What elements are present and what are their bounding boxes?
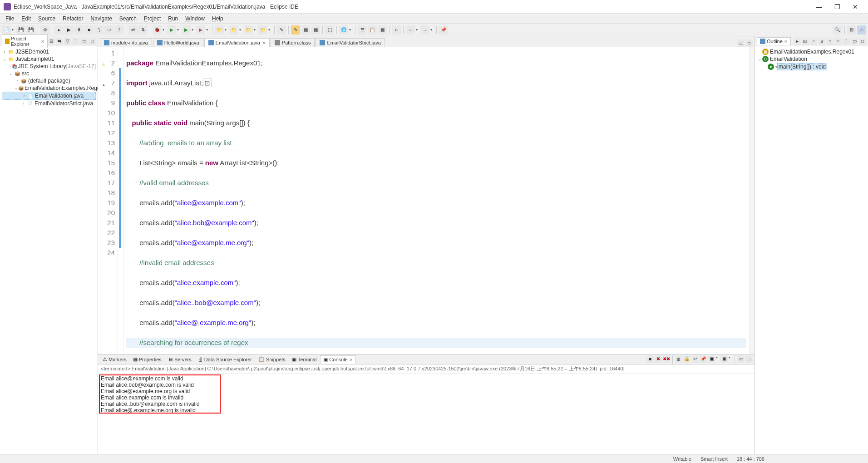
close-icon[interactable]: ✕: [784, 39, 788, 44]
editor-tab[interactable]: EmailValidatorStrict.java: [316, 38, 385, 47]
run-last-button[interactable]: ▶: [196, 25, 205, 34]
editor-tab-active[interactable]: EmailValidation.java✕: [204, 38, 270, 47]
save-all-button[interactable]: 💾: [26, 25, 35, 34]
search-icon[interactable]: 🔍: [833, 25, 842, 34]
maximize-icon[interactable]: □: [745, 39, 753, 47]
tree-package[interactable]: ›📦(default package): [2, 77, 96, 84]
project-tree[interactable]: ›📁J2SEDemo01 ⌄📁JavaExample01 ›📚JRE Syste…: [0, 46, 98, 454]
link-editor-icon[interactable]: ⇆: [56, 38, 63, 45]
editor-tab[interactable]: HelloWorld.java: [153, 38, 203, 47]
minimize-icon[interactable]: ▭: [851, 38, 858, 45]
run-marker-icon[interactable]: ▸: [100, 80, 105, 85]
step-into-icon[interactable]: ⤵: [94, 25, 104, 34]
skip-breakpoints-icon[interactable]: ▸: [54, 25, 64, 34]
remove-launch-icon[interactable]: ✖: [655, 355, 662, 363]
java-perspective-icon[interactable]: ♨: [857, 25, 866, 34]
step-return-icon[interactable]: ⤴: [114, 25, 123, 34]
tb-icon[interactable]: ✎: [277, 25, 286, 34]
close-button[interactable]: ✕: [846, 3, 864, 10]
tree-project[interactable]: ›📁J2SEDemo01: [2, 48, 96, 55]
tab-snippets[interactable]: 📋 Snippets: [256, 355, 288, 363]
editor-tab[interactable]: module-info.java: [100, 38, 152, 47]
maximize-button[interactable]: ❐: [828, 3, 846, 10]
tb-icon[interactable]: ✎: [291, 25, 300, 34]
tb-icon[interactable]: ⇅: [138, 25, 148, 34]
editor-tab[interactable]: Pattern.class: [271, 38, 315, 47]
tree-package[interactable]: ⌄📦EmailValidationExamples.Regex01: [2, 84, 96, 92]
menu-run[interactable]: Run: [164, 15, 182, 23]
save-button[interactable]: 💾: [16, 25, 25, 34]
menu-source[interactable]: Source: [35, 15, 59, 23]
hide-local-icon[interactable]: ○: [834, 38, 842, 45]
hide-nonpublic-icon[interactable]: ○: [826, 38, 833, 45]
close-icon[interactable]: ✕: [349, 357, 353, 362]
outline-package[interactable]: ▦EmailValidationExamples.Regex01: [757, 48, 866, 55]
menu-refactor[interactable]: Refactor: [59, 15, 87, 23]
focus-icon[interactable]: ▸: [794, 38, 801, 45]
open-console-icon[interactable]: ▣: [720, 355, 728, 363]
warning-marker-icon[interactable]: ⚠: [100, 60, 105, 65]
forward-button[interactable]: →: [420, 25, 429, 34]
console-output[interactable]: Email alice@example.com is valid Email a…: [98, 374, 755, 454]
word-wrap-icon[interactable]: ↩: [691, 355, 699, 363]
new-button[interactable]: 📄: [2, 25, 11, 34]
maximize-icon[interactable]: □: [745, 355, 753, 363]
maximize-icon[interactable]: □: [89, 38, 96, 45]
hide-fields-icon[interactable]: ○: [810, 38, 817, 45]
fold-strip[interactable]: [118, 47, 123, 354]
view-menu-icon[interactable]: ⋮: [72, 38, 79, 45]
outline-method-selected[interactable]: ●s main(String[]) : void: [757, 63, 866, 71]
minimize-icon[interactable]: ▭: [80, 38, 88, 45]
tree-src-folder[interactable]: ⌄📦src: [2, 70, 96, 77]
collapse-all-icon[interactable]: ⊟: [48, 38, 55, 45]
open-perspective-icon[interactable]: ⊞: [847, 25, 856, 34]
run-button[interactable]: ▶: [167, 25, 176, 34]
tb-icon[interactable]: ▦: [378, 25, 387, 34]
sort-icon[interactable]: a↓: [802, 38, 809, 45]
menu-edit[interactable]: Edit: [18, 15, 35, 23]
tb-icon[interactable]: ⬚: [325, 25, 334, 34]
filter-icon[interactable]: ▽: [64, 38, 71, 45]
menu-project[interactable]: Project: [140, 15, 164, 23]
tb-icon[interactable]: 📁: [215, 25, 224, 34]
menu-search[interactable]: Search: [116, 15, 140, 23]
pin-console-icon[interactable]: 📌: [700, 355, 707, 363]
outline-tree[interactable]: ▦EmailValidationExamples.Regex01 ⌄CEmail…: [755, 46, 868, 73]
coverage-button[interactable]: ▶: [182, 25, 191, 34]
tb-icon[interactable]: 📁: [244, 25, 253, 34]
console-btn[interactable]: ■: [646, 355, 654, 363]
maximize-icon[interactable]: □: [859, 38, 866, 45]
menu-navigate[interactable]: Navigate: [87, 15, 115, 23]
tb-icon[interactable]: ▦: [301, 25, 310, 34]
back-button[interactable]: ←: [406, 25, 415, 34]
suspend-icon[interactable]: ⏸: [74, 25, 84, 34]
tb-icon[interactable]: ⚙: [40, 25, 49, 34]
source-code[interactable]: package EmailValidationExamples.Regex01;…: [123, 47, 749, 354]
tab-servers[interactable]: 🖥 Servers: [165, 356, 194, 363]
display-console-icon[interactable]: ▣: [708, 355, 715, 363]
remove-all-icon[interactable]: ✖✖: [663, 355, 670, 363]
tree-file[interactable]: ›📄EmailValidatorStrict.java: [2, 100, 96, 107]
tab-console[interactable]: ▣ Console ✕: [320, 355, 355, 364]
clear-console-icon[interactable]: 🗑: [675, 355, 682, 363]
tb-icon[interactable]: ▦: [311, 25, 320, 34]
close-icon[interactable]: ✕: [41, 39, 44, 44]
outline-tab[interactable]: Outline ✕: [757, 37, 791, 45]
tab-terminal[interactable]: ▣ Terminal: [289, 355, 320, 363]
view-menu-icon[interactable]: ⋮: [843, 38, 850, 45]
overview-ruler[interactable]: [749, 47, 755, 354]
code-editor[interactable]: 1 2⚠ 6 7▸ 891011 12131415 16171819 20212…: [98, 47, 755, 354]
tree-project[interactable]: ⌄📁JavaExample01: [2, 55, 96, 63]
tb-icon[interactable]: 🌐: [339, 25, 348, 34]
tb-icon[interactable]: 📁: [258, 25, 267, 34]
hide-static-icon[interactable]: s: [818, 38, 825, 45]
tb-icon[interactable]: ⇄: [128, 25, 138, 34]
scroll-lock-icon[interactable]: 🔒: [683, 355, 690, 363]
pin-button[interactable]: 📌: [439, 25, 448, 34]
line-number-gutter[interactable]: 1 2⚠ 6 7▸ 891011 12131415 16171819 20212…: [98, 47, 118, 354]
close-icon[interactable]: ✕: [262, 40, 266, 45]
tab-properties[interactable]: ▦ Properties: [130, 355, 164, 363]
tb-icon[interactable]: 📁: [229, 25, 238, 34]
tree-file-selected[interactable]: ›📄EmailValidation.java: [2, 92, 96, 100]
outline-class[interactable]: ⌄CEmailValidation: [757, 55, 866, 63]
